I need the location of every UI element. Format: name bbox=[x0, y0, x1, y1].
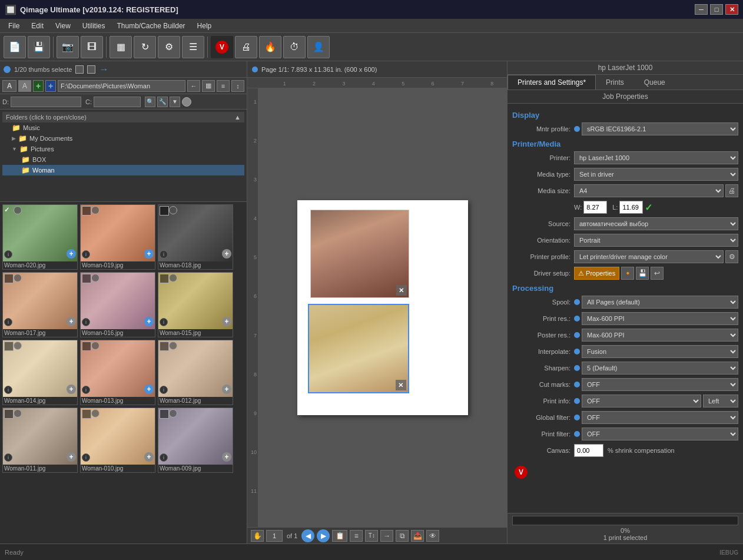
tab-printers-settings[interactable]: Printers and Settings* bbox=[508, 75, 596, 90]
thumb-cell-020[interactable]: ✓ i + Woman-020.jpg bbox=[2, 204, 78, 270]
menu-edit[interactable]: Edit bbox=[25, 21, 49, 31]
person-button[interactable]: 👤 bbox=[307, 36, 330, 58]
save-button[interactable]: 💾 bbox=[28, 36, 50, 58]
properties-warn-button[interactable]: ⚠ Properties bbox=[574, 267, 619, 280]
cut-marks-dropdown[interactable]: OFF bbox=[582, 378, 738, 391]
tree-item-box[interactable]: 📁 BOX bbox=[2, 154, 244, 165]
menu-view[interactable]: View bbox=[49, 21, 77, 31]
menu-thumb-cache[interactable]: Thumb/Cache Builder bbox=[111, 21, 191, 31]
thumbnail-area[interactable]: ✓ i + Woman-020.jpg i + Woman-019.jpg bbox=[0, 202, 247, 544]
media-type-dropdown[interactable]: Set in driver bbox=[574, 168, 738, 181]
nav-pages-button[interactable]: 📋 bbox=[332, 530, 347, 542]
thumb-cell-013[interactable]: i + Woman-013.jpg bbox=[80, 340, 155, 405]
thumb-cell-017[interactable]: i + Woman-017.jpg bbox=[2, 272, 78, 337]
media-size-dropdown[interactable]: A4 bbox=[574, 184, 724, 197]
nav-prev-button[interactable]: ◀ bbox=[301, 529, 314, 542]
list-button[interactable]: ☰ bbox=[182, 36, 204, 58]
thumb-add-018[interactable]: + bbox=[222, 249, 231, 259]
thumb-check-018[interactable] bbox=[160, 206, 169, 216]
printer-profile-dropdown[interactable]: Let printer/driver manage color bbox=[574, 250, 724, 263]
thumb-info-009[interactable]: i bbox=[160, 453, 168, 462]
thumb-add-019[interactable]: + bbox=[144, 249, 154, 259]
thumb-cell-014[interactable]: i + Woman-014.jpg bbox=[2, 340, 78, 405]
driver-icon-1[interactable]: 🔸 bbox=[621, 267, 634, 280]
thumb-cell-016[interactable]: i + Woman-016.jpg bbox=[80, 272, 155, 337]
profile-gear-button[interactable]: ⚙ bbox=[725, 250, 738, 263]
driver-icon-2[interactable]: 💾 bbox=[636, 267, 649, 280]
orientation-dropdown[interactable]: Portrait bbox=[574, 234, 738, 247]
fire-button[interactable]: 🔥 bbox=[259, 36, 281, 58]
photo-slot-2[interactable]: ✕ bbox=[308, 304, 409, 393]
media-size-icon[interactable]: 🖨 bbox=[725, 184, 738, 197]
thumb-add-011[interactable]: + bbox=[67, 452, 76, 462]
tab-prints[interactable]: Prints bbox=[596, 75, 634, 90]
thumb-info-013[interactable]: i bbox=[82, 386, 90, 394]
nav-eye-button[interactable]: 👁 bbox=[426, 530, 439, 542]
back-button[interactable]: ← bbox=[187, 80, 200, 92]
thumb-info-012[interactable]: i bbox=[160, 386, 168, 394]
page-number-input[interactable] bbox=[266, 530, 283, 542]
thumb-check-019[interactable] bbox=[82, 206, 91, 216]
source-dropdown[interactable]: автоматический выбор bbox=[574, 217, 738, 230]
printer-button[interactable]: 🖨 bbox=[235, 36, 257, 58]
thumb-check-011[interactable] bbox=[4, 409, 14, 419]
photo-slot-1[interactable]: ✕ bbox=[310, 210, 409, 298]
nav-arrow-button[interactable]: → bbox=[380, 530, 393, 542]
wrench-button[interactable]: 🔧 bbox=[157, 97, 168, 107]
thumb-check-010[interactable] bbox=[82, 409, 91, 419]
nav-layout-button[interactable]: ⧉ bbox=[396, 530, 409, 542]
poster-res-dropdown[interactable]: Max-600 PPI bbox=[582, 329, 738, 342]
thumb-add-015[interactable]: + bbox=[222, 317, 231, 326]
nav-hand-button[interactable]: ✋ bbox=[251, 530, 264, 542]
path-input[interactable] bbox=[58, 80, 185, 92]
menu-help[interactable]: Help bbox=[191, 21, 218, 31]
thumb-cell-010[interactable]: i + Woman-010.jpg bbox=[80, 407, 155, 473]
tab-queue[interactable]: Queue bbox=[634, 75, 675, 90]
w-input[interactable] bbox=[583, 201, 607, 214]
spool-dropdown[interactable]: All Pages (default) bbox=[582, 296, 738, 309]
thumb-info-014[interactable]: i bbox=[4, 386, 12, 394]
clock-button[interactable]: ⏱ bbox=[283, 36, 306, 58]
thumb-cell-015[interactable]: i + Woman-015.jpg bbox=[158, 272, 233, 337]
add-text-button[interactable]: A bbox=[2, 80, 16, 92]
tree-item-pictures[interactable]: ▼ 📁 Pictures bbox=[2, 144, 244, 154]
nav-export-button[interactable]: 📤 bbox=[411, 530, 424, 542]
thumb-info-020[interactable]: i bbox=[4, 250, 12, 259]
c-input[interactable] bbox=[94, 97, 141, 107]
thumb-info-015[interactable]: i bbox=[160, 318, 168, 326]
l-input[interactable] bbox=[619, 201, 643, 214]
nav-text-button[interactable]: T↕ bbox=[365, 530, 378, 542]
settings-button[interactable]: ⚙ bbox=[158, 36, 180, 58]
list-view-button[interactable]: ≡ bbox=[217, 80, 230, 92]
menu-file[interactable]: File bbox=[2, 21, 25, 31]
thumb-check-017[interactable] bbox=[4, 274, 14, 283]
thumb-add-013[interactable]: + bbox=[144, 385, 154, 394]
selection-arrow[interactable]: → bbox=[99, 64, 108, 75]
thumb-cell-009[interactable]: i + Woman-009.jpg bbox=[158, 407, 233, 473]
thumb-add-020[interactable]: + bbox=[67, 249, 76, 259]
thumb-cell-012[interactable]: i + Woman-012.jpg bbox=[158, 340, 233, 405]
thumb-check-013[interactable] bbox=[82, 342, 91, 351]
dropdown-button[interactable]: ▼ bbox=[170, 97, 180, 107]
select-checkbox-2[interactable] bbox=[87, 65, 95, 74]
menu-utilities[interactable]: Utilities bbox=[77, 21, 111, 31]
canvas-area[interactable]: 1 2 3 4 5 6 7 8 9 10 11 ✕ bbox=[247, 88, 507, 527]
add-green-button[interactable]: + bbox=[33, 80, 44, 92]
thumb-add-016[interactable]: + bbox=[144, 317, 154, 326]
printer-dropdown[interactable]: hp LaserJet 1000 bbox=[574, 151, 738, 164]
v-icon-button[interactable]: V bbox=[211, 36, 233, 58]
maximize-button[interactable]: □ bbox=[710, 4, 723, 15]
folder-scroll[interactable]: 📁 Music ▶ 📁 My Documents ▼ 📁 Pictures 📁 … bbox=[2, 122, 244, 199]
d-input[interactable] bbox=[11, 97, 81, 107]
select-checkbox-1[interactable] bbox=[75, 65, 84, 74]
tree-item-woman[interactable]: 📁 Woman bbox=[2, 165, 244, 175]
thumb-add-014[interactable]: + bbox=[67, 385, 76, 394]
close-photo-1[interactable]: ✕ bbox=[396, 285, 407, 296]
new-button[interactable]: 📄 bbox=[4, 36, 26, 58]
add-blue-button[interactable]: + bbox=[45, 80, 56, 92]
tree-item-mydocs[interactable]: ▶ 📁 My Documents bbox=[2, 133, 244, 144]
thumb-check-015[interactable] bbox=[160, 274, 169, 283]
print-filter-dropdown[interactable]: OFF bbox=[582, 428, 738, 440]
minimize-button[interactable]: ─ bbox=[695, 4, 708, 15]
thumb-info-018[interactable]: i bbox=[160, 250, 168, 259]
